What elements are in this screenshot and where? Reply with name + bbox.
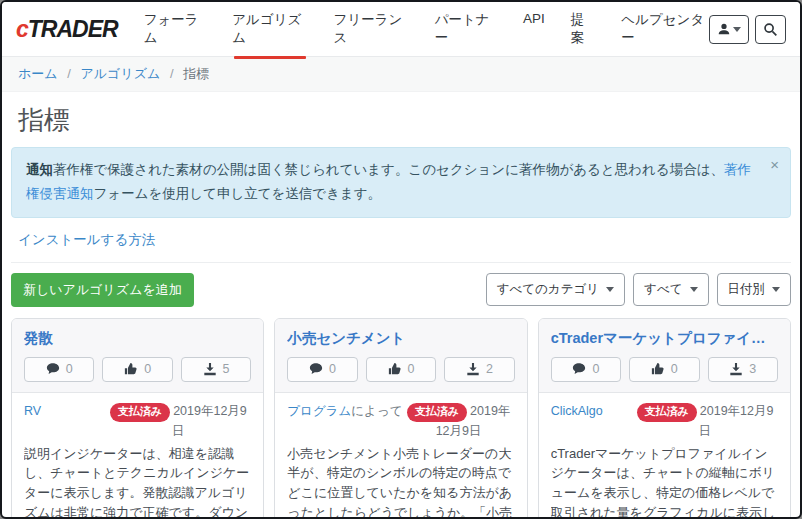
user-icon — [717, 22, 731, 36]
breadcrumb: ホーム / アルゴリズム / 指標 — [2, 57, 800, 92]
card-header: 発散 0 0 5 — [12, 319, 263, 393]
card-meta: 支払済み2019年12月9日 — [402, 402, 514, 440]
card-title-link[interactable]: 発散 — [24, 329, 251, 348]
main-content: 通知著作権で保護された素材の公開は固く禁じられています。このセクションに著作物が… — [2, 147, 800, 519]
nav-api[interactable]: API — [523, 11, 545, 47]
top-nav: cTRADER フォーラム アルゴリズム フリーランス パートナー API 提案… — [2, 2, 800, 57]
search-button[interactable] — [755, 15, 786, 44]
filter-group: すべてのカテゴリ すべて 日付別 — [486, 273, 791, 306]
comments-stat[interactable]: 0 — [551, 357, 621, 382]
download-icon — [203, 362, 217, 376]
alert-text: 著作権で保護された素材の公開は固く禁じられています。このセクションに著作物がある… — [53, 162, 724, 177]
likes-stat[interactable]: 0 — [629, 357, 699, 382]
caret-down-icon — [606, 287, 614, 292]
comment-icon — [46, 362, 60, 376]
author-link[interactable]: プログラム — [287, 404, 351, 418]
thumbs-up-icon — [124, 362, 138, 376]
comments-stat[interactable]: 0 — [24, 357, 94, 382]
algorithm-card: cTraderマーケットプロファイルインジケ... 0 0 3 — [538, 318, 791, 519]
card-stats: 0 0 5 — [24, 357, 251, 382]
card-description: cTraderマーケットプロファイルインジケーターは、チャートの縦軸にボリューム… — [551, 444, 778, 519]
download-icon — [466, 362, 480, 376]
breadcrumb-separator: / — [67, 66, 71, 81]
thumbs-up-icon — [388, 362, 402, 376]
account-menu-button[interactable] — [709, 15, 749, 44]
likes-count: 0 — [671, 362, 678, 376]
card-header: cTraderマーケットプロファイルインジケ... 0 0 3 — [539, 319, 790, 393]
comments-count: 0 — [66, 362, 73, 376]
breadcrumb-separator: / — [170, 66, 174, 81]
comments-count: 0 — [329, 362, 336, 376]
ctrader-logo[interactable]: cTRADER — [16, 16, 118, 43]
author-row: ClickAlgo 支払済み2019年12月9日 — [551, 402, 778, 440]
comment-icon — [309, 362, 323, 376]
page-frame: cTRADER フォーラム アルゴリズム フリーランス パートナー API 提案… — [0, 0, 802, 519]
thumbs-up-icon — [651, 362, 665, 376]
author-row: プログラムによって 支払済み2019年12月9日 — [287, 402, 514, 440]
comment-icon — [572, 362, 586, 376]
card-stats: 0 0 3 — [551, 357, 778, 382]
card-description: 説明インジケーターは、相違を認識し、チャートとテクニカルインジケーターに表示しま… — [24, 444, 251, 519]
nav-partners[interactable]: パートナー — [435, 11, 497, 47]
filter-category-dropdown[interactable]: すべてのカテゴリ — [486, 273, 625, 306]
toolbar: 新しいアルゴリズムを追加 すべてのカテゴリ すべて 日付別 — [11, 263, 791, 318]
card-body: RV 支払済み2019年12月9日 説明インジケーターは、相違を認識し、チャート… — [12, 393, 263, 519]
nav-freelance[interactable]: フリーランス — [334, 11, 409, 47]
logo-text: TRADER — [28, 16, 118, 42]
algorithm-card-list: 発散 0 0 5 — [11, 318, 791, 519]
author-suffix: によって — [351, 404, 402, 418]
comments-count: 0 — [592, 362, 599, 376]
card-meta: 支払済み2019年12月9日 — [105, 402, 251, 440]
algorithm-card: 小売センチメント 0 0 2 — [274, 318, 527, 519]
nav-forum[interactable]: フォーラム — [144, 11, 207, 47]
card-meta: 支払済み2019年12月9日 — [632, 402, 778, 440]
copyright-notice-alert: 通知著作権で保護された素材の公開は固く禁じられています。このセクションに著作物が… — [11, 147, 791, 218]
header-actions — [709, 15, 786, 44]
card-header: 小売センチメント 0 0 2 — [275, 319, 526, 393]
likes-stat[interactable]: 0 — [102, 357, 172, 382]
add-algorithm-button[interactable]: 新しいアルゴリズムを追加 — [11, 273, 194, 307]
likes-count: 0 — [144, 362, 151, 376]
search-icon — [763, 22, 778, 37]
paid-badge: 支払済み — [637, 403, 697, 422]
caret-down-icon — [733, 27, 741, 32]
filter-date-dropdown[interactable]: 日付別 — [717, 273, 792, 306]
nav-suggestions[interactable]: 提案 — [571, 11, 596, 47]
nav-help-center[interactable]: ヘルプセンター — [621, 11, 709, 47]
logo-letter-c: c — [16, 16, 28, 42]
author-link[interactable]: ClickAlgo — [551, 404, 603, 418]
caret-down-icon — [690, 287, 698, 292]
alert-text: フォームを使用して申し立てを送信できます。 — [94, 186, 382, 201]
breadcrumb-home[interactable]: ホーム — [18, 66, 58, 81]
author-row: RV 支払済み2019年12月9日 — [24, 402, 251, 440]
card-body: ClickAlgo 支払済み2019年12月9日 cTraderマーケットプロフ… — [539, 393, 790, 519]
download-icon — [729, 362, 743, 376]
main-nav: フォーラム アルゴリズム フリーランス パートナー API 提案 ヘルプセンター — [144, 11, 709, 47]
paid-badge: 支払済み — [110, 403, 170, 422]
algorithm-card: 発散 0 0 5 — [11, 318, 264, 519]
close-icon[interactable]: × — [770, 157, 779, 172]
author-link[interactable]: RV — [24, 404, 41, 418]
caret-down-icon — [772, 287, 780, 292]
downloads-count: 2 — [486, 362, 493, 376]
card-stats: 0 0 2 — [287, 357, 514, 382]
paid-badge: 支払済み — [407, 403, 467, 422]
downloads-count: 5 — [223, 362, 230, 376]
install-instructions-link[interactable]: インストールする方法 — [18, 231, 155, 249]
card-date: 2019年12月9日 — [172, 404, 247, 438]
breadcrumb-algorithms[interactable]: アルゴリズム — [80, 66, 160, 81]
downloads-stat[interactable]: 5 — [181, 357, 251, 382]
nav-algorithms[interactable]: アルゴリズム — [232, 11, 307, 47]
downloads-stat[interactable]: 2 — [444, 357, 514, 382]
filter-type-dropdown[interactable]: すべて — [633, 273, 708, 306]
page-title: 指標 — [2, 92, 800, 147]
comments-stat[interactable]: 0 — [287, 357, 357, 382]
filter-label: 日付別 — [728, 281, 766, 298]
card-title-link[interactable]: 小売センチメント — [287, 329, 514, 348]
filter-label: すべてのカテゴリ — [497, 281, 599, 298]
downloads-stat[interactable]: 3 — [708, 357, 778, 382]
card-body: プログラムによって 支払済み2019年12月9日 小売センチメント小売トレーダー… — [275, 393, 526, 519]
likes-count: 0 — [408, 362, 415, 376]
likes-stat[interactable]: 0 — [366, 357, 436, 382]
card-title-link[interactable]: cTraderマーケットプロファイルインジケ... — [551, 329, 778, 348]
